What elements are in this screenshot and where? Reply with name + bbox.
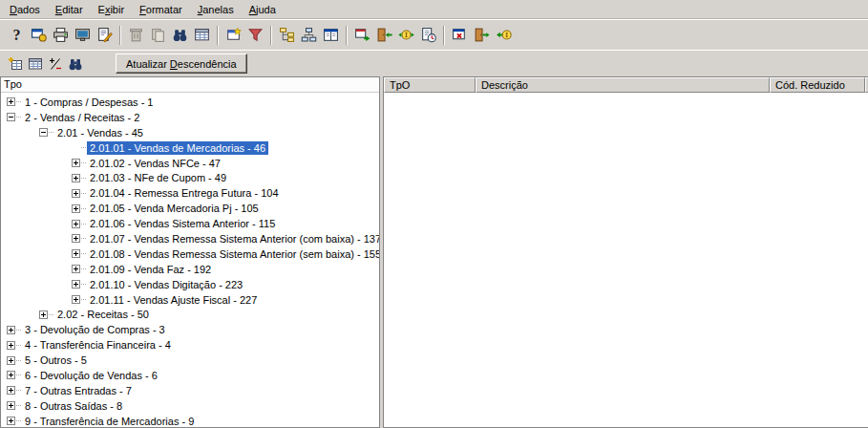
money-transfer-button[interactable]: [395, 24, 417, 46]
expand-icon[interactable]: [7, 341, 15, 350]
new-window-button[interactable]: [222, 24, 244, 46]
tree-item-label[interactable]: 7 - Outras Entradas - 7: [22, 384, 135, 397]
expand-icon[interactable]: [72, 159, 80, 167]
expand-icon[interactable]: [72, 234, 80, 243]
report-window-button[interactable]: [28, 24, 50, 46]
menu-item-janelas[interactable]: Janelas: [190, 1, 242, 18]
tree-item[interactable]: 4 - Transferência Financeira - 4: [1, 337, 379, 353]
tree-item-label[interactable]: 2 - Vendas / Receitas - 2: [22, 111, 142, 124]
tree-item-label[interactable]: 4 - Transferência Financeira - 4: [22, 338, 174, 352]
tree-item[interactable]: 3 - Devolução de Compras - 3: [1, 322, 379, 337]
tree-item-label[interactable]: 2.01.08 - Vendas Remessa Sistema Anterio…: [87, 247, 379, 261]
expand-icon[interactable]: [7, 386, 15, 395]
split-view-button[interactable]: [320, 24, 342, 46]
tree-item-label[interactable]: 2.01.03 - NFe de Cupom - 49: [87, 171, 229, 184]
table-button[interactable]: [191, 24, 213, 46]
tree-item[interactable]: 2.01.04 - Remessa Entrega Futura - 104: [1, 185, 379, 201]
menu-item-ajuda[interactable]: Ajuda: [242, 1, 284, 18]
expand-icon[interactable]: [72, 265, 80, 273]
column-header-tpo[interactable]: TpO: [384, 77, 476, 93]
menu-item-formatar[interactable]: Formatar: [132, 1, 190, 18]
tree-item-label[interactable]: 8 - Outras Saídas - 8: [22, 399, 125, 413]
tree-item-label[interactable]: 2.01.01 - Vendas de Mercadorias - 46: [87, 141, 268, 155]
filter-button[interactable]: [244, 24, 266, 46]
add-table-button[interactable]: [5, 54, 25, 74]
tree-item[interactable]: 2.01.10 - Vendas Digitação - 223: [1, 277, 379, 292]
expand-icon[interactable]: [7, 356, 15, 365]
schedule-button[interactable]: [417, 24, 439, 46]
expand-icon[interactable]: [7, 326, 15, 334]
tree-item-label[interactable]: 2.01.02 - Vendas NFCe - 47: [87, 157, 223, 170]
tree-item[interactable]: 2.02 - Receitas - 50: [1, 307, 379, 322]
delete-button[interactable]: [125, 24, 147, 46]
tree-item[interactable]: 7 - Outras Entradas - 7: [1, 383, 379, 398]
expand-icon[interactable]: [7, 401, 15, 410]
menu-item-editar[interactable]: Editar: [48, 1, 91, 18]
expand-icon[interactable]: [72, 249, 80, 258]
expand-icon[interactable]: [39, 310, 48, 319]
tree-item[interactable]: 5 - Outros - 5: [1, 353, 379, 368]
find-small-button[interactable]: [65, 54, 85, 74]
monitor-button[interactable]: [72, 24, 94, 46]
tree-item-label[interactable]: 2.02 - Receitas - 50: [54, 308, 152, 321]
tree-item[interactable]: 2 - Vendas / Receitas - 2: [1, 110, 379, 125]
tree-item-label[interactable]: 2.01.09 - Venda Faz - 192: [87, 263, 214, 276]
expand-icon[interactable]: [72, 189, 80, 198]
page-edit-button[interactable]: [94, 24, 116, 46]
tree-item-label[interactable]: 9 - Transferência de Mercadorias - 9: [22, 415, 197, 427]
expand-icon[interactable]: [72, 295, 80, 304]
expand-icon[interactable]: [72, 174, 80, 182]
copy-button[interactable]: [147, 24, 169, 46]
tree-item-label[interactable]: 1 - Compras / Despesas - 1: [22, 96, 157, 109]
plus-minus-button[interactable]: [45, 54, 65, 74]
tree-view-button[interactable]: [276, 24, 298, 46]
tree-item-label[interactable]: 6 - Devolução de Vendas - 6: [22, 369, 160, 382]
expand-icon[interactable]: [7, 417, 15, 425]
table-small-button[interactable]: [25, 54, 45, 74]
tree-item-label[interactable]: 2.01.07 - Vendas Remessa Sistema Anterio…: [87, 232, 379, 246]
tree-item[interactable]: 9 - Transferência de Mercadorias - 9: [1, 414, 379, 427]
tree-item[interactable]: 2.01.03 - NFe de Cupom - 49: [1, 170, 379, 185]
tree-item-label[interactable]: 5 - Outros - 5: [22, 353, 90, 367]
tree-item-label[interactable]: 2.01.05 - Venda Mercadoria Pj - 105: [87, 202, 262, 215]
help-button[interactable]: ?: [6, 24, 28, 46]
tree-item[interactable]: 2.01 - Vendas - 45: [1, 125, 379, 140]
tree-item[interactable]: 8 - Outras Saídas - 8: [1, 398, 379, 414]
money-receive-button[interactable]: [493, 24, 515, 46]
tree-item[interactable]: 2.01.08 - Vendas Remessa Sistema Anterio…: [1, 246, 379, 262]
tree-item[interactable]: 2.01.06 - Vendas Sistema Anterior - 115: [1, 216, 379, 231]
tree-item-label[interactable]: 2.01.04 - Remessa Entrega Futura - 104: [87, 186, 282, 200]
print-button[interactable]: [50, 24, 72, 46]
tree-item-label[interactable]: 2.01.11 - Vendas Ajuste Fiscal - 227: [87, 293, 260, 307]
tree-item[interactable]: 2.01.11 - Vendas Ajuste Fiscal - 227: [1, 292, 379, 308]
tree-item[interactable]: 2.01.02 - Vendas NFCe - 47: [1, 156, 379, 171]
tree-item-label[interactable]: 2.01.06 - Vendas Sistema Anterior - 115: [87, 217, 278, 230]
tree-item[interactable]: 2.01.01 - Vendas de Mercadorias - 46: [1, 140, 379, 156]
window-close-button[interactable]: [449, 24, 471, 46]
column-header-descricao[interactable]: Descrição: [476, 77, 770, 93]
expand-icon[interactable]: [72, 280, 80, 289]
tree-item-label[interactable]: 3 - Devolução de Compras - 3: [22, 323, 168, 336]
expand-icon[interactable]: [7, 371, 15, 379]
expand-icon[interactable]: [72, 220, 80, 228]
collapse-icon[interactable]: [39, 128, 48, 137]
menu-item-dados[interactable]: Dados: [2, 1, 48, 18]
window-export-button[interactable]: [351, 24, 373, 46]
money-import-button[interactable]: [373, 24, 395, 46]
tree-item-label[interactable]: 2.01.10 - Vendas Digitação - 223: [87, 278, 245, 291]
expand-icon[interactable]: [7, 97, 15, 106]
org-chart-button[interactable]: [298, 24, 320, 46]
money-export-button[interactable]: [471, 24, 493, 46]
tree-item[interactable]: 2.01.09 - Venda Faz - 192: [1, 262, 379, 277]
tree-item[interactable]: 6 - Devolução de Vendas - 6: [1, 368, 379, 383]
expand-icon[interactable]: [72, 204, 80, 213]
column-header-cod-reduzido[interactable]: Cód. Reduzido: [770, 77, 865, 93]
find-button[interactable]: [169, 24, 191, 46]
tree-item[interactable]: 1 - Compras / Despesas - 1: [1, 95, 379, 110]
atualizar-descendencia-button[interactable]: Atualizar Descendência: [116, 54, 247, 74]
collapse-icon[interactable]: [7, 113, 15, 121]
tree-item[interactable]: 2.01.07 - Vendas Remessa Sistema Anterio…: [1, 231, 379, 246]
tree-item-label[interactable]: 2.01 - Vendas - 45: [54, 126, 146, 139]
tree-item[interactable]: 2.01.05 - Venda Mercadoria Pj - 105: [1, 201, 379, 216]
menu-item-exibir[interactable]: Exibir: [91, 1, 133, 18]
